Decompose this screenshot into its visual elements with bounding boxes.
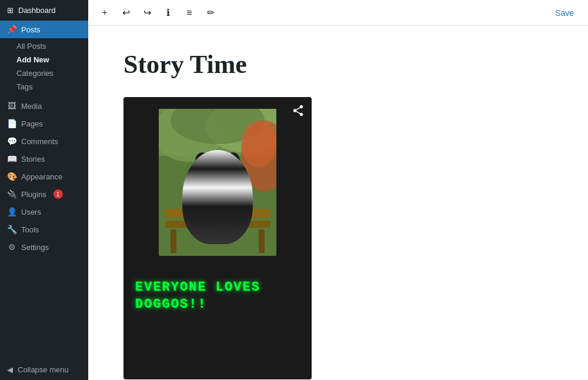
list-view-button[interactable]: ≡ bbox=[180, 4, 199, 22]
settings-icon: ⚙ bbox=[7, 242, 16, 252]
sidebar-sub-categories[interactable]: Categories bbox=[0, 66, 88, 80]
story-image bbox=[159, 109, 276, 256]
main-area: ＋ ↩ ↪ ℹ ≡ ✏ Save Story Time bbox=[88, 0, 588, 380]
sidebar-settings-label: Settings bbox=[21, 243, 49, 252]
edit-button[interactable]: ✏ bbox=[201, 4, 220, 22]
svg-point-20 bbox=[215, 178, 220, 181]
svg-point-12 bbox=[206, 189, 229, 211]
sidebar-comments-label: Comments bbox=[21, 137, 58, 146]
sidebar-media-label: Media bbox=[21, 102, 42, 111]
undo-icon: ↩ bbox=[122, 7, 130, 18]
posts-icon: 📌 bbox=[7, 25, 16, 34]
info-icon: ℹ bbox=[166, 7, 170, 18]
media-icon: 🖼 bbox=[7, 101, 16, 111]
svg-point-17 bbox=[211, 171, 213, 173]
collapse-label: Collapse menu bbox=[18, 365, 69, 374]
sidebar: ⊞ Dashboard 📌 Posts All Posts Add New Ca… bbox=[0, 0, 88, 380]
details-button[interactable]: ℹ bbox=[159, 4, 178, 22]
save-button[interactable]: Save bbox=[548, 5, 581, 21]
svg-point-6 bbox=[241, 121, 276, 168]
sidebar-item-plugins[interactable]: 🔌 Plugins 1 bbox=[0, 185, 88, 203]
post-title[interactable]: Story Time bbox=[123, 49, 553, 79]
sidebar-sub-tags[interactable]: Tags bbox=[0, 80, 88, 94]
users-icon: 👤 bbox=[7, 207, 16, 216]
svg-point-15 bbox=[209, 169, 215, 175]
sidebar-item-users[interactable]: 👤 Users bbox=[0, 203, 88, 221]
svg-point-25 bbox=[205, 229, 213, 235]
svg-point-11 bbox=[194, 179, 241, 215]
sidebar-item-stories[interactable]: 📖 Stories bbox=[0, 150, 88, 168]
svg-point-19 bbox=[213, 176, 222, 182]
story-text-container: EVERYONE LOVES DOGGOS!! bbox=[123, 268, 312, 325]
sidebar-tools-label: Tools bbox=[21, 225, 39, 234]
appearance-icon: 🎨 bbox=[7, 172, 16, 181]
sidebar-item-posts[interactable]: 📌 Posts bbox=[0, 21, 88, 38]
share-button[interactable] bbox=[292, 104, 305, 120]
posts-submenu: All Posts Add New Categories Tags bbox=[0, 38, 88, 97]
svg-point-13 bbox=[200, 157, 235, 190]
tools-icon: 🔧 bbox=[7, 225, 16, 234]
sidebar-item-tools[interactable]: 🔧 Tools bbox=[0, 221, 88, 238]
editor-toolbar: ＋ ↩ ↪ ℹ ≡ ✏ Save bbox=[88, 0, 588, 26]
comments-icon: 💬 bbox=[7, 136, 16, 146]
collapse-menu-button[interactable]: ◀ Collapse menu bbox=[0, 359, 88, 380]
sidebar-item-settings[interactable]: ⚙ Settings bbox=[0, 238, 88, 256]
svg-rect-8 bbox=[165, 221, 270, 228]
sidebar-posts-label: Posts bbox=[21, 25, 41, 34]
edit-icon: ✏ bbox=[207, 7, 215, 18]
svg-rect-10 bbox=[259, 229, 265, 253]
dog-photo-svg bbox=[159, 109, 276, 256]
sidebar-sub-add-new[interactable]: Add New bbox=[0, 53, 88, 66]
svg-rect-24 bbox=[222, 212, 229, 232]
redo-icon: ↪ bbox=[143, 7, 151, 18]
sidebar-appearance-label: Appearance bbox=[21, 172, 62, 181]
svg-rect-23 bbox=[206, 212, 213, 232]
sidebar-plugins-label: Plugins bbox=[21, 190, 46, 199]
add-block-button[interactable]: ＋ bbox=[95, 4, 114, 22]
svg-rect-27 bbox=[207, 186, 228, 191]
sidebar-stories-label: Stories bbox=[21, 155, 45, 164]
sidebar-users-label: Users bbox=[21, 208, 41, 216]
svg-rect-7 bbox=[165, 209, 270, 218]
sidebar-sub-all-posts[interactable]: All Posts bbox=[0, 39, 88, 53]
undo-button[interactable]: ↩ bbox=[116, 4, 135, 22]
svg-point-16 bbox=[220, 169, 226, 175]
plugins-icon: 🔌 bbox=[7, 189, 16, 199]
plugins-badge: 1 bbox=[54, 189, 63, 199]
editor-content: Story Time bbox=[88, 26, 588, 380]
svg-point-28 bbox=[215, 189, 220, 195]
story-card-block: EVERYONE LOVES DOGGOS!! bbox=[123, 97, 312, 379]
redo-button[interactable]: ↪ bbox=[138, 4, 156, 22]
svg-point-18 bbox=[223, 171, 225, 173]
story-image-container bbox=[123, 97, 312, 256]
sidebar-item-dashboard[interactable]: ⊞ Dashboard bbox=[0, 0, 88, 21]
sidebar-item-pages[interactable]: 📄 Pages bbox=[0, 115, 88, 132]
story-text: EVERYONE LOVES DOGGOS!! bbox=[135, 279, 300, 313]
sidebar-dashboard-label: Dashboard bbox=[18, 6, 56, 15]
dashboard-icon: ⊞ bbox=[7, 6, 14, 15]
sidebar-item-comments[interactable]: 💬 Comments bbox=[0, 132, 88, 150]
sidebar-item-appearance[interactable]: 🎨 Appearance bbox=[0, 168, 88, 185]
collapse-icon: ◀ bbox=[7, 365, 13, 374]
add-icon: ＋ bbox=[100, 6, 109, 19]
pages-icon: 📄 bbox=[7, 119, 16, 128]
list-icon: ≡ bbox=[186, 8, 192, 18]
svg-rect-9 bbox=[171, 229, 176, 253]
sidebar-item-media[interactable]: 🖼 Media bbox=[0, 97, 88, 115]
sidebar-pages-label: Pages bbox=[21, 119, 43, 128]
svg-point-26 bbox=[222, 229, 230, 235]
stories-icon: 📖 bbox=[7, 154, 16, 164]
share-icon bbox=[292, 104, 305, 117]
svg-point-14 bbox=[211, 167, 225, 186]
